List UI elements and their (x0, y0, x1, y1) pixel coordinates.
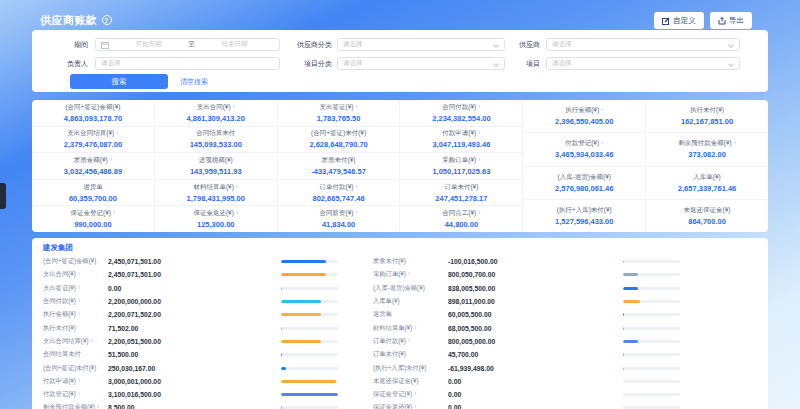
metric-label[interactable]: 剩余预付款金额(¥)› (43, 403, 108, 409)
stat-value: 2,396,550,405.00 (555, 117, 613, 126)
metric-label[interactable]: 合同付款(¥)› (43, 297, 108, 306)
metric-label: 发票未付(¥) (373, 257, 448, 266)
stat-value: 990,000.00 (74, 220, 112, 229)
supplier-select[interactable]: 请选择 (546, 38, 740, 51)
stat-cell[interactable]: 材料结算单(¥)›1,798,431,995.00 (155, 180, 277, 207)
drill-arrow-icon: › (78, 284, 80, 291)
stat-value: 143,959,511.93 (190, 167, 242, 176)
group-name-link[interactable]: 建发集团 (43, 243, 73, 253)
stat-cell[interactable]: 执行金额(¥)›2,396,550,405.00 (523, 100, 645, 133)
stat-cell: (入库-退货)金额(¥)2,576,980,061.46 (523, 167, 645, 200)
metric-value: 45,700.00 (448, 351, 623, 358)
metric-bar-fill (281, 300, 321, 303)
project-select[interactable]: 请选择 (546, 57, 740, 70)
metric-bar (623, 353, 680, 356)
metric-bar (281, 340, 338, 343)
metric-bar (623, 300, 680, 303)
stat-label: 支出签证(¥)› (320, 103, 358, 112)
stat-cell[interactable]: 付款申请(¥)›3,047,119,493.46 (400, 127, 522, 154)
stat-label: 剩余预付款金额(¥)› (678, 139, 736, 148)
metric-value: 60,005,500.00 (448, 311, 623, 318)
stat-value: 2,628,648,790.70 (309, 140, 367, 149)
metric-label[interactable]: 保证金登记(¥)› (373, 390, 448, 399)
metric-label[interactable]: 保证金返还(¥)› (373, 403, 448, 409)
stat-value: 247,451,278.17 (435, 194, 487, 203)
stat-label: 合同结算未付 (196, 129, 235, 138)
stat-label: (执行+入库)未付(¥) (557, 206, 612, 215)
metric-label[interactable]: 订单付款(¥)› (373, 337, 448, 346)
metric-value: 838,005,500.00 (448, 285, 623, 292)
supplier-placeholder: 请选择 (552, 40, 572, 49)
date-range-input[interactable]: 开始日期 至 结束日期 (95, 38, 280, 51)
metric-label[interactable]: 支出合同结算(¥)› (43, 337, 108, 346)
stat-cell[interactable]: 付款登记(¥)›3,465,934,033.46 (523, 133, 645, 166)
stat-value: 41,834.00 (322, 220, 355, 229)
stat-cell[interactable]: 剩余预付款金额(¥)›373,082.00 (646, 133, 768, 166)
clear-search-button[interactable]: 清空搜索 (180, 74, 208, 89)
stat-value: 3,032,456,486.89 (64, 167, 122, 176)
metric-bar (281, 393, 338, 396)
stat-label: 未返还保证金(¥) (684, 206, 731, 215)
metric-label[interactable]: 付款申请(¥)› (43, 377, 108, 386)
stat-cell[interactable]: 支出合同(¥)›4,861,309,413.20 (155, 100, 277, 127)
owner-select[interactable]: 请选择 (95, 57, 280, 70)
stat-value: 1,798,431,995.00 (187, 194, 245, 203)
chevron-down-icon (728, 42, 734, 48)
metric-label[interactable]: 支出合同(¥)› (43, 270, 108, 279)
stat-column: (合同+签证)金额(¥)4,863,093,178.70支出合同结算(¥)›2,… (32, 100, 155, 232)
metric-bar (623, 287, 680, 290)
stat-value: 1,527,596,433.00 (555, 217, 613, 226)
stat-label: 发票金额(¥)› (74, 156, 112, 165)
stat-value: 145,093,533.00 (190, 140, 242, 149)
metric-bar-fill (623, 313, 624, 316)
stat-cell[interactable]: 保证金登记(¥)›990,000.00 (32, 206, 154, 232)
stat-cell[interactable]: 订单付款(¥)›802,665,747.46 (278, 180, 400, 207)
metric-value: 51,500.00 (108, 351, 281, 358)
customize-button[interactable]: 自定义 (654, 12, 704, 29)
supplier-category-placeholder: 请选择 (343, 40, 363, 49)
group-metric-row: 订单付款(¥)›800,005,000.00 (373, 335, 713, 348)
side-drawer-handle[interactable] (0, 183, 6, 209)
export-button[interactable]: 导出 (710, 12, 752, 29)
metric-bar-fill (623, 260, 624, 263)
stat-cell[interactable]: 合同付款(¥)›2,234,382,554.00 (400, 100, 522, 127)
metric-label[interactable]: 采购订单(¥)› (373, 270, 448, 279)
stat-cell[interactable]: 支出签证(¥)›1,783,765.50 (278, 100, 400, 127)
group-metric-row: 材料结算单(¥)›68,005,500.00 (373, 321, 713, 334)
stat-cell[interactable]: 发票金额(¥)›3,032,456,486.89 (32, 153, 154, 180)
stat-cell[interactable]: 合同点工(¥)›44,800.00 (400, 206, 522, 232)
group-metric-row: 执行未付(¥)71,502.00 (43, 321, 383, 334)
metric-bar (623, 313, 680, 316)
stat-cell[interactable]: 合同薪资(¥)›41,834.00 (278, 206, 400, 232)
group-rows-right: 发票未付(¥)-100,016,500.00采购订单(¥)›800,050,70… (373, 255, 713, 409)
supplier-category-select[interactable]: 请选择 (337, 38, 505, 51)
drill-arrow-icon: › (478, 209, 480, 216)
stat-value: 60,359,700.00 (69, 194, 117, 203)
stat-value: 373,082.00 (688, 150, 726, 159)
metric-value: 0.00 (448, 404, 623, 409)
metric-label[interactable]: 付款登记(¥)› (43, 390, 108, 399)
project-category-select[interactable]: 请选择 (337, 57, 505, 70)
metric-label[interactable]: 材料结算单(¥)› (373, 324, 448, 333)
metric-bar-fill (623, 273, 638, 276)
stat-value: 3,047,119,493.46 (432, 140, 490, 149)
metric-label: 入库单(¥) (373, 297, 448, 306)
stat-value: 1,050,117,025.63 (432, 167, 490, 176)
stat-column: 支出合同(¥)›4,861,309,413.20合同结算未付145,093,53… (155, 100, 278, 232)
metric-bar-fill (281, 327, 282, 330)
metric-label: (执行+入库)未付(¥) (373, 364, 448, 373)
search-button[interactable]: 搜索 (70, 74, 168, 89)
metric-bar (281, 287, 338, 290)
stats-grid: (合同+签证)金额(¥)4,863,093,178.70支出合同结算(¥)›2,… (32, 100, 768, 232)
stat-cell[interactable]: 保证金返还(¥)›125,300.00 (155, 206, 277, 232)
metric-bar-fill (623, 287, 638, 290)
stat-cell[interactable]: 支出合同结算(¥)›2,379,476,087.00 (32, 127, 154, 154)
metric-value: 250,030,167.00 (108, 365, 281, 372)
group-card: 建发集团 (合同+签证)金额(¥)2,450,071,501.00支出合同(¥)… (32, 238, 768, 409)
metric-label[interactable]: 执行金额(¥)› (43, 310, 108, 319)
customize-label: 自定义 (673, 16, 696, 26)
metric-label[interactable]: 支出签证(¥)› (43, 284, 108, 293)
stat-cell[interactable]: 采购订单(¥)›1,050,117,025.63 (400, 153, 522, 180)
metric-value: 800,050,700.00 (448, 271, 623, 278)
help-icon[interactable]: ? (102, 15, 112, 25)
